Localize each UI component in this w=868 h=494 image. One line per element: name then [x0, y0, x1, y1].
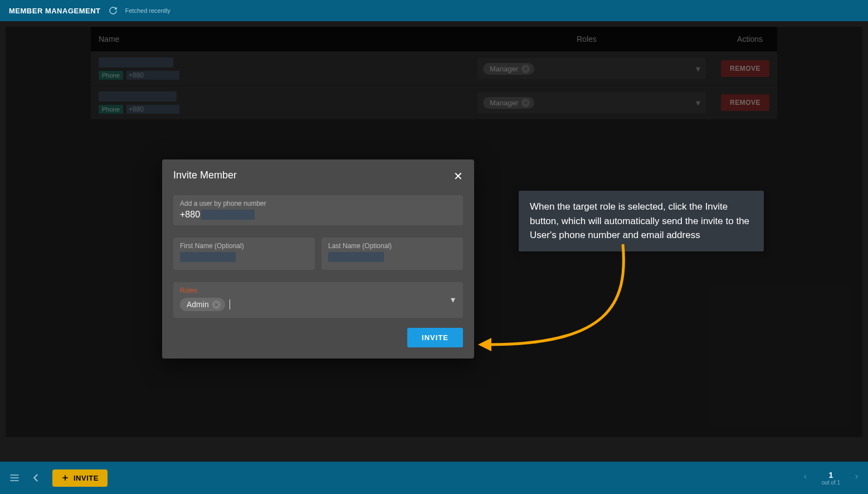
name-fields: First Name (Optional) Last Name (Optiona…: [173, 238, 463, 270]
bottombar: INVITE 1 out of 1: [0, 462, 868, 494]
page-prev-icon[interactable]: [803, 473, 808, 483]
redacted-input: [201, 210, 255, 220]
chevron-down-icon[interactable]: ▾: [451, 294, 455, 305]
page-indicator: 1 out of 1: [822, 471, 840, 486]
invite-footer-label: INVITE: [74, 474, 99, 482]
phone-input-prefix: +880: [180, 210, 200, 220]
close-icon[interactable]: ✕: [453, 169, 463, 183]
modal-footer: INVITE: [173, 328, 463, 347]
phone-field[interactable]: Add a user by phone number +880: [173, 195, 463, 225]
role-chip-label: Admin: [187, 300, 209, 309]
back-icon[interactable]: [31, 473, 41, 483]
help-callout: When the target role is selected, click …: [519, 191, 764, 251]
roles-field-label: Roles: [180, 287, 456, 294]
page-title: MEMBER MANAGEMENT: [9, 7, 101, 15]
roles-field[interactable]: Roles Admin ✕ ▾: [173, 282, 463, 318]
roles-chip-row: Admin ✕: [180, 298, 456, 311]
refresh-icon[interactable]: [109, 6, 118, 15]
fetch-status: Fetched recently: [125, 7, 170, 14]
phone-input[interactable]: +880: [180, 210, 456, 220]
phone-field-label: Add a user by phone number: [180, 200, 456, 207]
invite-member-modal: Invite Member ✕ Add a user by phone numb…: [162, 159, 474, 359]
menu-icon[interactable]: [9, 472, 20, 483]
bottombar-right: 1 out of 1: [803, 471, 859, 486]
first-name-field[interactable]: First Name (Optional): [173, 238, 315, 270]
redacted-input: [328, 252, 384, 262]
page-next-icon[interactable]: [854, 473, 859, 483]
last-name-label: Last Name (Optional): [328, 242, 456, 250]
first-name-label: First Name (Optional): [180, 242, 308, 250]
text-cursor: [230, 299, 230, 309]
bottombar-left: INVITE: [9, 469, 108, 487]
invite-button[interactable]: INVITE: [407, 328, 463, 347]
last-name-field[interactable]: Last Name (Optional): [321, 238, 463, 270]
chip-remove-icon[interactable]: ✕: [212, 301, 221, 309]
topbar: MEMBER MANAGEMENT Fetched recently: [0, 0, 868, 21]
redacted-input: [180, 252, 236, 262]
page-total: out of 1: [822, 480, 840, 486]
page-number: 1: [822, 471, 840, 480]
modal-header: Invite Member ✕: [173, 169, 463, 183]
modal-title: Invite Member: [173, 169, 237, 181]
invite-footer-button[interactable]: INVITE: [52, 469, 108, 487]
role-chip[interactable]: Admin ✕: [180, 298, 225, 311]
content-area: Name Roles Actions Phone +880 Manager: [6, 27, 862, 437]
